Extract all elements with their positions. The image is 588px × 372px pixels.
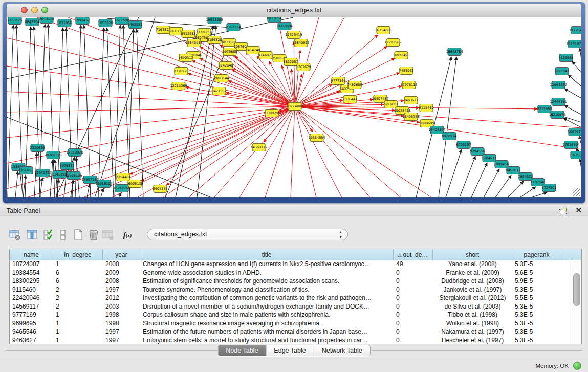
graph-node[interactable]: 1831056 <box>57 19 72 27</box>
graph-node[interactable]: 18495756 <box>402 113 419 121</box>
graph-node[interactable]: 8427552 <box>212 87 227 95</box>
table-row[interactable]: 911546021997Tourette syndrome. Phenomeno… <box>10 286 572 294</box>
table-row[interactable]: 1938455462009Genome-wide association stu… <box>10 269 572 277</box>
graph-node[interactable]: 9146821 <box>258 52 273 59</box>
graph-node[interactable]: 9115460 <box>419 104 434 112</box>
graph-node[interactable]: 8186328 <box>207 36 222 44</box>
column-header-out_de[interactable]: △out_de… <box>394 249 433 260</box>
graph-node[interactable]: 9724501 <box>542 184 557 192</box>
graph-node[interactable]: 12093872 <box>550 81 567 89</box>
column-header-year[interactable]: year <box>103 249 140 260</box>
graph-node[interactable]: 9777169 <box>331 77 346 85</box>
table-row[interactable]: 1456911722003Disruption of a novel membe… <box>10 302 572 311</box>
graph-node[interactable]: 2803144 <box>214 75 229 82</box>
table-row[interactable]: 946362711997Embryonic stem cells: a mode… <box>10 336 572 345</box>
table-row[interactable]: 1872400712008Changes of HCN gene express… <box>10 260 572 269</box>
graph-node[interactable]: 16033809 <box>206 17 223 24</box>
graph-node[interactable]: 10973493 <box>393 52 409 59</box>
graph-node[interactable]: 20206576 <box>45 151 61 159</box>
vertical-scrollbar[interactable] <box>572 260 581 344</box>
delete-table-button[interactable] <box>87 228 100 242</box>
graph-node[interactable]: 18724007 <box>286 103 303 111</box>
graph-node[interactable]: 9129966 <box>559 54 574 62</box>
graph-node[interactable]: 1684522 <box>518 173 533 181</box>
graph-node[interactable]: 19384554 <box>308 134 325 142</box>
graph-node[interactable]: 18640923 <box>292 39 309 47</box>
table-row[interactable]: 2242004622012Investigating the contribut… <box>10 294 572 302</box>
graph-node[interactable]: 12325419 <box>285 31 302 39</box>
graph-node[interactable]: 7254401 <box>116 173 131 181</box>
network-window-titlebar[interactable]: citations_edges.txt <box>7 4 581 17</box>
graph-node[interactable]: 12505135 <box>65 172 82 180</box>
graph-node[interactable]: 1653125 <box>8 17 23 25</box>
graph-node[interactable]: 2058620 <box>39 17 54 24</box>
graph-node[interactable]: 18300295 <box>263 110 280 117</box>
import-table-button[interactable] <box>101 228 115 242</box>
graph-node[interactable]: 17359928 <box>66 149 83 157</box>
column-header-name[interactable]: name <box>10 249 53 260</box>
tab-edge-table[interactable]: Edge Table <box>266 345 314 356</box>
graph-node[interactable]: 15751074 <box>566 40 581 48</box>
graph-node[interactable]: 9242848 <box>219 62 233 70</box>
table-settings-button[interactable] <box>8 228 21 242</box>
graph-node[interactable]: 8912935 <box>181 30 196 38</box>
table-row[interactable]: 1830029562008Estimation of significance … <box>10 277 572 286</box>
graph-node[interactable]: 12342757 <box>34 169 51 177</box>
graph-node[interactable]: 12444151 <box>550 98 567 106</box>
graph-node[interactable]: 2520659 <box>30 144 45 152</box>
column-header-in_degree[interactable]: in_degree <box>53 249 103 260</box>
graph-node[interactable]: 7462609 <box>347 81 362 89</box>
float-window-icon[interactable] <box>559 207 568 215</box>
close-panel-icon[interactable]: ✕ <box>575 206 582 215</box>
graph-node[interactable]: 9294556 <box>470 148 485 156</box>
graph-node[interactable]: 8905185 <box>153 185 168 193</box>
graph-node[interactable]: 8643704 <box>25 18 40 26</box>
graph-node[interactable]: 17975115 <box>400 81 417 89</box>
graph-node[interactable]: 1055328 <box>98 19 113 27</box>
graph-node[interactable]: 16958107 <box>95 180 112 188</box>
graph-node[interactable]: 11125408 <box>569 27 581 34</box>
graph-node[interactable]: 8938924 <box>442 133 457 140</box>
graph-node[interactable]: 16154808 <box>375 27 391 34</box>
graph-node[interactable]: 17016504 <box>562 141 579 149</box>
graph-node[interactable]: 6793197 <box>456 141 471 149</box>
graph-node[interactable]: 8215955 <box>537 105 552 113</box>
graph-node[interactable]: 12213967 <box>384 39 401 47</box>
graph-node[interactable]: 9462551 <box>128 21 143 29</box>
graph-node[interactable]: 8813054 <box>267 17 282 23</box>
graph-node[interactable]: 5692971 <box>568 128 581 136</box>
graph-node[interactable]: 9975685 <box>223 48 237 56</box>
graph-node[interactable]: 16543912 <box>185 39 202 47</box>
column-header-title[interactable]: title <box>140 249 394 260</box>
show-columns-button[interactable] <box>26 228 39 242</box>
network-canvas[interactable]: 1872400771638228860128891293523226058982… <box>7 17 581 197</box>
graph-node[interactable]: 9227343 <box>555 68 570 75</box>
graph-node[interactable]: 9463627 <box>404 97 419 104</box>
graph-node[interactable]: 2336441 <box>343 96 358 103</box>
graph-node[interactable]: 1998452 <box>75 17 90 25</box>
graph-node[interactable]: 7485063 <box>399 67 414 75</box>
graph-node[interactable]: 11675334 <box>569 151 581 159</box>
resize-grip-icon[interactable] <box>573 188 580 196</box>
create-table-button[interactable] <box>72 228 85 242</box>
graph-node[interactable]: 16210643 <box>549 111 565 119</box>
graph-node[interactable]: 16648784 <box>446 48 463 56</box>
table-row[interactable]: 946554611997Estimation of the future num… <box>10 327 572 336</box>
citation-network-graph[interactable]: 1872400771638228860128891293523226058982… <box>7 17 581 197</box>
table-row[interactable]: 969969511998Structural magnetic resonanc… <box>10 319 572 328</box>
tab-node-table[interactable]: Node Table <box>218 345 266 356</box>
graph-node[interactable]: 9890312 <box>179 54 193 62</box>
graph-node[interactable]: 1098456 <box>494 161 509 168</box>
graph-node[interactable]: 8454749 <box>246 47 260 54</box>
graph-node[interactable]: 9975887 <box>60 162 75 170</box>
table-row[interactable]: 977716911998Corpus callosum shape and si… <box>10 311 572 319</box>
graph-node[interactable]: 1284612 <box>482 155 497 162</box>
function-builder-button[interactable]: f(x) <box>119 228 136 242</box>
graph-node[interactable]: 19218506 <box>276 23 293 30</box>
unselect-all-columns-button[interactable] <box>56 228 70 242</box>
graph-node[interactable]: 2718126 <box>174 68 189 75</box>
tab-network-table[interactable]: Network Table <box>314 345 370 356</box>
graph-node[interactable]: 14569117 <box>250 144 267 151</box>
graph-node[interactable]: 1627600 <box>115 17 129 25</box>
graph-node[interactable]: 1145190 <box>52 171 67 179</box>
